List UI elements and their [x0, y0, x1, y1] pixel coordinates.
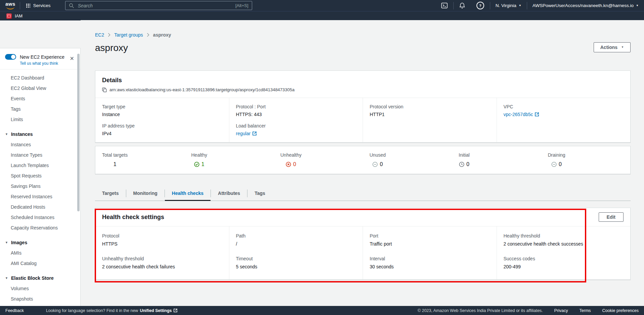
- notifications-button[interactable]: [454, 0, 471, 11]
- new-experience-toggle[interactable]: [5, 54, 16, 60]
- field-value: Instance: [102, 112, 222, 117]
- sidebar-menu: EC2 Dashboard EC2 Global View Events Tag…: [0, 69, 80, 304]
- region-label: N. Virginia: [496, 3, 516, 8]
- summary-value: 0: [280, 161, 302, 167]
- sidebar-item-tags[interactable]: Tags: [0, 104, 80, 114]
- minus-circle-icon: [551, 162, 557, 167]
- cloudshell-button[interactable]: [435, 0, 453, 11]
- sidebar-item-reserved-instances[interactable]: Reserved Instances: [0, 192, 80, 202]
- cookie-preferences-link[interactable]: Cookie preferences: [602, 308, 639, 313]
- tab-health-checks[interactable]: Health checks: [165, 186, 211, 201]
- field-label: Protocol : Port: [236, 104, 356, 109]
- privacy-link[interactable]: Privacy: [554, 308, 568, 313]
- health-check-column: Path / Timeout 5 seconds: [229, 226, 363, 279]
- services-label: Services: [33, 3, 51, 8]
- health-check-column: Protocol HTTPS Unhealthy threshold 2 con…: [95, 226, 229, 279]
- copy-icon[interactable]: [102, 88, 107, 92]
- field-label: Interval: [370, 256, 490, 261]
- aws-logo[interactable]: aws: [5, 2, 15, 9]
- sidebar-item-snapshots[interactable]: Snapshots: [0, 294, 80, 304]
- cloudshell-icon: [441, 3, 448, 8]
- feedback-link[interactable]: Feedback: [5, 308, 24, 313]
- edit-button[interactable]: Edit: [599, 212, 624, 222]
- tab-tags[interactable]: Tags: [247, 186, 272, 201]
- global-search: [Alt+S]: [65, 1, 252, 10]
- region-selector[interactable]: N. Virginia ▼: [490, 0, 527, 11]
- sidebar-item-ami-catalog[interactable]: AMI Catalog: [0, 258, 80, 269]
- tab-monitoring[interactable]: Monitoring: [126, 186, 165, 201]
- field-value: 5 seconds: [236, 264, 356, 269]
- summary-value: 0: [548, 161, 565, 167]
- field-value: HTTP1: [370, 112, 490, 117]
- field-label: Protocol version: [370, 104, 490, 109]
- services-menu-button[interactable]: Services: [20, 0, 56, 11]
- tab-targets[interactable]: Targets: [95, 186, 126, 201]
- targets-summary-card: Total targets 1 Healthy 1 Unh: [95, 146, 631, 174]
- sidebar-item-spot-requests[interactable]: Spot Requests: [0, 171, 80, 181]
- field-label: Timeout: [236, 256, 356, 261]
- health-check-column: Port Traffic port Interval 30 seconds: [363, 226, 497, 279]
- sidebar-section-elastic-block-store[interactable]: ▼ Elastic Block Store: [0, 273, 80, 283]
- new-experience-label: New EC2 Experience: [20, 54, 64, 60]
- search-input[interactable]: [77, 3, 232, 9]
- search-shortcut-hint: [Alt+S]: [235, 3, 248, 8]
- sidebar-scrollbar[interactable]: [77, 54, 80, 211]
- field-value: 30 seconds: [370, 264, 490, 269]
- sidebar-item-instances[interactable]: Instances: [0, 140, 80, 150]
- summary-healthy: Healthy 1: [185, 152, 274, 168]
- field-value: 200-499: [504, 264, 624, 269]
- sidebar-item-ec2-global-view[interactable]: EC2 Global View: [0, 83, 80, 94]
- field-label: Target type: [102, 104, 222, 109]
- summary-label: Draining: [548, 152, 565, 158]
- iam-shortcut-link[interactable]: IAM: [15, 13, 22, 18]
- external-link-icon: [174, 309, 177, 312]
- summary-initial: Initial 0: [452, 152, 541, 168]
- sidebar-item-capacity-reservations[interactable]: Capacity Reservations: [0, 223, 80, 233]
- top-nav: aws Services [Alt+S]: [0, 0, 644, 11]
- breadcrumb-current: asproxy: [153, 32, 171, 38]
- field-value: 2 consecutive health check failures: [102, 264, 222, 269]
- terms-link[interactable]: Terms: [580, 308, 591, 313]
- chevron-right-icon: [108, 33, 110, 37]
- sidebar-item-dedicated-hosts[interactable]: Dedicated Hosts: [0, 202, 80, 212]
- sidebar-item-amis[interactable]: AMIs: [0, 248, 80, 258]
- unified-settings-link[interactable]: Unified Settings: [140, 308, 177, 313]
- tab-attributes[interactable]: Attributes: [211, 186, 247, 201]
- field-label: Port: [370, 233, 490, 239]
- summary-label: Unused: [370, 152, 386, 158]
- check-circle-icon: [194, 162, 199, 167]
- health-check-settings-title: Health check settings: [102, 214, 164, 221]
- account-menu[interactable]: AWSPowerUserAccess/navaneeth.kn@harness.…: [527, 0, 644, 11]
- sidebar-item-launch-templates[interactable]: Launch Templates: [0, 160, 80, 171]
- field-label: Success codes: [504, 256, 624, 261]
- target-group-arn: arn:aws:elasticloadbalancing:us-east-1:3…: [109, 87, 294, 92]
- tell-us-link[interactable]: Tell us what you think: [20, 61, 76, 66]
- actions-button[interactable]: Actions ▼: [594, 42, 631, 52]
- field-label: Healthy threshold: [504, 233, 624, 239]
- details-column: Target type Instance IP address type IPv…: [95, 98, 229, 142]
- sidebar-section-images[interactable]: ▼ Images: [0, 238, 80, 248]
- breadcrumb-target-groups-link[interactable]: Target groups: [114, 32, 143, 38]
- breadcrumb-ec2-link[interactable]: EC2: [95, 32, 104, 38]
- aws-logo-text: aws: [5, 2, 15, 6]
- sidebar-item-volumes[interactable]: Volumes: [0, 283, 80, 294]
- sidebar-item-savings-plans[interactable]: Savings Plans: [0, 181, 80, 192]
- sidebar-item-scheduled-instances[interactable]: Scheduled Instances: [0, 212, 80, 223]
- sidebar-item-limits[interactable]: Limits: [0, 114, 80, 125]
- sidebar-item-events[interactable]: Events: [0, 94, 80, 104]
- field-label: Unhealthy threshold: [102, 256, 222, 261]
- summary-unused: Unused 0: [363, 152, 452, 168]
- sidebar-section-instances[interactable]: ▼ Instances: [0, 129, 80, 140]
- help-button[interactable]: ?: [471, 0, 490, 11]
- sidebar-item-ec2-dashboard[interactable]: EC2 Dashboard: [0, 73, 80, 83]
- clock-icon: [459, 162, 464, 167]
- health-check-column: Healthy threshold 2 consecutive health c…: [497, 226, 631, 279]
- close-icon[interactable]: ✕: [70, 56, 74, 61]
- sidebar-item-instance-types[interactable]: Instance Types: [0, 150, 80, 160]
- summary-label: Unhealthy: [280, 152, 302, 158]
- health-check-settings-card: Health check settings Edit Protocol HTTP…: [95, 208, 631, 280]
- help-icon: ?: [476, 2, 484, 9]
- x-circle-icon: [286, 162, 291, 167]
- vpc-link[interactable]: vpc-2657db5c: [504, 112, 539, 117]
- load-balancer-link[interactable]: regular: [236, 131, 257, 136]
